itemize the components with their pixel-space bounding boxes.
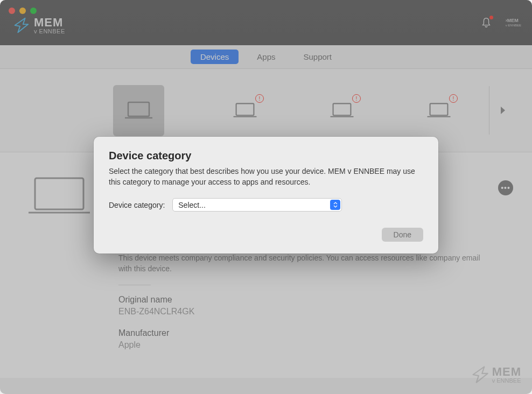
device-category-modal: Device category Select the category that… [94,137,438,254]
done-button[interactable]: Done [382,228,423,242]
modal-title: Device category [109,150,423,162]
modal-field-label: Device category: [109,201,165,209]
select-placeholder-text: Select... [178,201,206,209]
device-category-select[interactable]: Select... [172,198,342,212]
select-chevron-icon [330,200,340,210]
modal-description: Select the category that best describes … [109,166,423,187]
